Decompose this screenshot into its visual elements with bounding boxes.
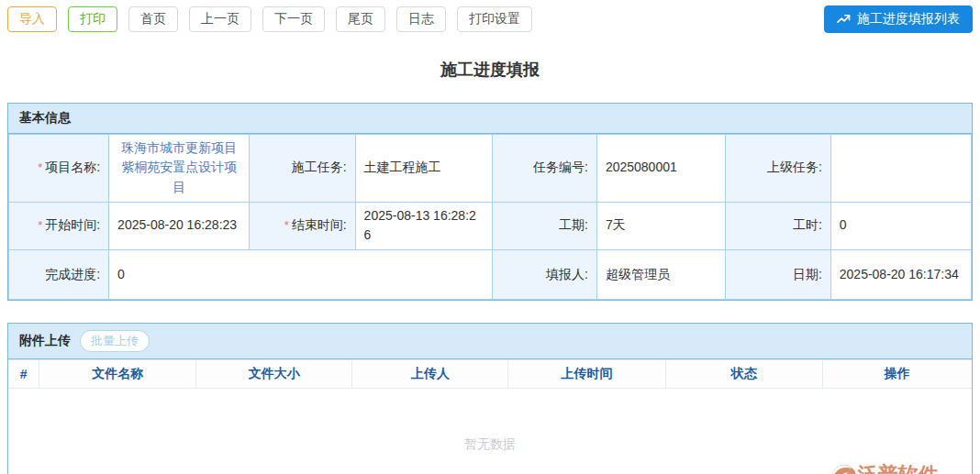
- fanpu-brand: 泛普软件: [858, 464, 939, 474]
- progress-report-list-label: 施工进度填报列表: [857, 11, 960, 28]
- prev-page-button[interactable]: 上一页: [189, 6, 251, 32]
- attachments-panel: 附件上传 批量上传 # 文件名称 文件大小 上传人 上传时间 状态 操作 暂无数…: [7, 323, 973, 474]
- date-label: 日期:: [726, 249, 830, 299]
- construction-task-label: 施工任务:: [250, 134, 355, 202]
- print-settings-button[interactable]: 打印设置: [457, 6, 532, 32]
- work-hours-value: 0: [830, 202, 971, 249]
- col-actions: 操作: [822, 359, 972, 388]
- required-mark: *: [284, 218, 289, 232]
- basic-info-section-title: 基本信息: [19, 110, 71, 127]
- basic-info-section-header: 基本信息: [8, 104, 972, 134]
- col-uploader: 上传人: [352, 359, 508, 388]
- attachments-table: # 文件名称 文件大小 上传人 上传时间 状态 操作: [8, 359, 972, 389]
- reporter-value: 超级管理员: [596, 249, 726, 299]
- fanpu-logo: 泛普软件 www.fanpusoft.com: [824, 463, 968, 474]
- end-time-value: 2025-08-13 16:28:26: [355, 202, 492, 249]
- fanpu-logo-text: 泛普软件 www.fanpusoft.com: [858, 464, 968, 474]
- print-button[interactable]: 打印: [68, 6, 117, 32]
- basic-info-panel: 基本信息 *项目名称: 珠海市城市更新项目紫桐苑安置点设计项目 施工任务: 土建…: [7, 103, 973, 301]
- start-time-label: *开始时间:: [9, 202, 109, 249]
- last-page-button[interactable]: 尾页: [336, 6, 385, 32]
- attachments-section-header: 附件上传 批量上传: [8, 324, 972, 359]
- col-file-name: 文件名称: [39, 359, 196, 388]
- attachments-empty-area: 暂无数据 泛普软件 www.fanpusoft.com: [8, 389, 972, 474]
- first-page-button[interactable]: 首页: [128, 6, 178, 32]
- col-index: #: [8, 359, 39, 388]
- progress-report-list-button[interactable]: 施工进度填报列表: [824, 6, 973, 33]
- end-time-label: *结束时间:: [250, 202, 355, 249]
- duration-label: 工期:: [492, 202, 596, 249]
- next-page-button[interactable]: 下一页: [262, 6, 325, 32]
- import-button[interactable]: 导入: [7, 6, 57, 32]
- parent-task-label: 上级任务:: [726, 134, 830, 202]
- trending-up-icon: [837, 13, 851, 25]
- project-name-label: *项目名称:: [9, 134, 109, 202]
- reporter-label: 填报人:: [492, 249, 596, 299]
- empty-state-text: 暂无数据: [8, 389, 972, 453]
- project-name-link[interactable]: 珠海市城市更新项目紫桐苑安置点设计项目: [121, 140, 237, 194]
- start-time-value: 2025-08-20 16:28:23: [109, 202, 250, 249]
- log-button[interactable]: 日志: [396, 6, 446, 32]
- batch-upload-button[interactable]: 批量上传: [80, 330, 150, 352]
- col-file-size: 文件大小: [196, 359, 352, 388]
- task-no-value: 2025080001: [596, 134, 726, 202]
- attachments-header-row: # 文件名称 文件大小 上传人 上传时间 状态 操作: [8, 359, 972, 388]
- attachments-section-title: 附件上传: [19, 333, 71, 349]
- construction-task-value: 土建工程施工: [355, 134, 492, 202]
- required-mark: *: [38, 160, 42, 174]
- toolbar: 导入 打印 首页 上一页 下一页 尾页 日志 打印设置 施工进度填报列表: [0, 0, 980, 37]
- fanpu-logo-icon: [824, 463, 857, 474]
- required-mark: *: [38, 218, 42, 232]
- basic-info-table: *项目名称: 珠海市城市更新项目紫桐苑安置点设计项目 施工任务: 土建工程施工 …: [8, 134, 972, 300]
- progress-label: 完成进度:: [9, 249, 109, 299]
- col-status: 状态: [665, 359, 822, 388]
- col-upload-time: 上传时间: [508, 359, 665, 388]
- progress-value: 0: [109, 249, 492, 299]
- duration-value: 7天: [596, 202, 726, 249]
- date-value: 2025-08-20 16:17:34: [830, 249, 971, 299]
- parent-task-value: [830, 134, 971, 202]
- project-name-cell: 珠海市城市更新项目紫桐苑安置点设计项目: [109, 134, 250, 202]
- page-title: 施工进度填报: [0, 59, 980, 81]
- work-hours-label: 工时:: [726, 202, 830, 249]
- task-no-label: 任务编号:: [492, 134, 596, 202]
